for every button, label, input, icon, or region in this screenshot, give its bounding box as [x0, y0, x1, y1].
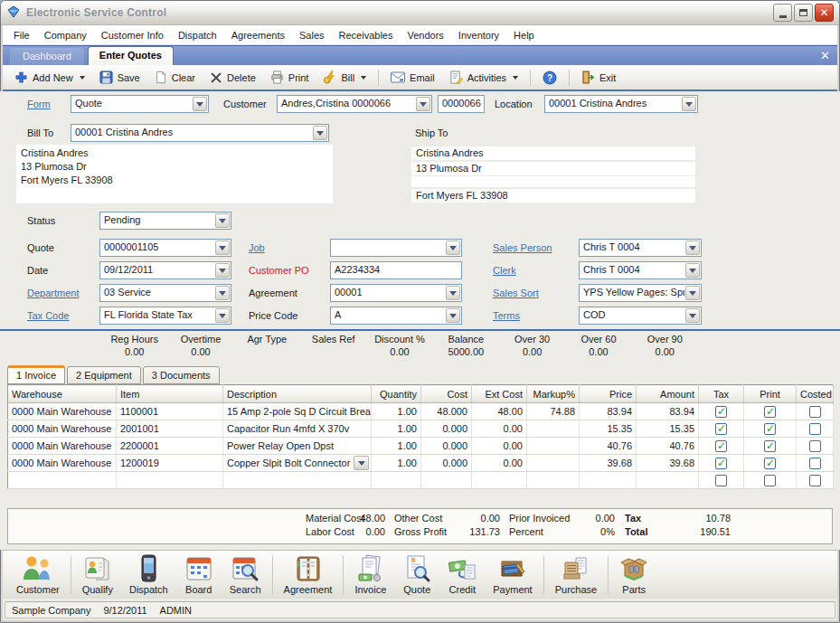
status-select[interactable]: Pending — [99, 212, 231, 230]
nav-quote[interactable]: Quote — [394, 552, 439, 597]
nav-agreement[interactable]: Agreement — [276, 552, 341, 597]
sales-person-select[interactable]: Chris T 0004 — [579, 239, 702, 257]
dropdown-arrow-icon[interactable] — [416, 97, 430, 111]
tax-checkbox[interactable] — [715, 406, 727, 418]
agreement-select[interactable]: 00001 — [330, 284, 462, 302]
price-code-select[interactable]: A — [330, 307, 462, 325]
dropdown-arrow-icon[interactable] — [215, 308, 230, 323]
save-button[interactable]: Save — [93, 68, 146, 87]
dropdown-arrow-icon[interactable] — [193, 97, 207, 111]
dropdown-arrow-icon[interactable] — [215, 213, 230, 228]
dropdown-arrow-icon[interactable] — [685, 286, 700, 300]
print-button[interactable]: Print — [264, 68, 316, 87]
costed-checkbox[interactable] — [809, 440, 821, 452]
dropdown-arrow-icon[interactable] — [446, 286, 460, 300]
clear-button[interactable]: Clear — [148, 68, 202, 87]
ship-to-line-1[interactable]: Cristina Andres — [411, 146, 695, 160]
job-link[interactable]: Job — [249, 242, 265, 253]
nav-parts[interactable]: Parts — [611, 552, 656, 597]
add-new-dropdown-arrow[interactable] — [80, 76, 85, 80]
tab-dashboard[interactable]: Dashboard — [10, 48, 84, 65]
dropdown-arrow-icon[interactable] — [682, 97, 696, 111]
nav-purchase[interactable]: Purchase — [547, 552, 605, 597]
customer-select[interactable]: Andres,Cristina 0000066 — [277, 95, 432, 113]
nav-dispatch[interactable]: Dispatch — [121, 552, 176, 597]
nav-credit[interactable]: Credit — [439, 552, 485, 597]
bill-to-address-box[interactable]: Cristina Andres 13 Plumosa Dr Fort Myers… — [16, 145, 333, 203]
dropdown-arrow-icon[interactable] — [215, 241, 230, 255]
print-checkbox[interactable] — [764, 475, 776, 486]
nav-customer[interactable]: Customer — [8, 552, 68, 597]
nav-board[interactable]: Board — [176, 552, 222, 597]
location-select[interactable]: 00001 Cristina Andres — [544, 95, 698, 113]
costed-checkbox[interactable] — [809, 423, 821, 435]
sales-person-link[interactable]: Sales Person — [493, 242, 552, 253]
date-select[interactable]: 09/12/2011 — [99, 261, 231, 279]
add-new-button[interactable]: Add New — [8, 68, 91, 87]
tax-checkbox[interactable] — [715, 423, 727, 435]
help-button[interactable]: ? — [536, 68, 563, 88]
tab-equipment[interactable]: 2 Equipment — [67, 366, 141, 384]
ship-to-line-2[interactable]: 13 Plumosa Dr — [411, 162, 695, 175]
activities-dropdown-arrow[interactable] — [513, 76, 518, 80]
menu-vendors[interactable]: Vendors — [400, 27, 450, 43]
ship-to-line-3[interactable] — [411, 176, 695, 187]
ship-to-line-4[interactable]: Fort Myers FL 33908 — [411, 189, 695, 203]
dropdown-arrow-icon[interactable] — [685, 263, 700, 278]
dropdown-arrow-icon[interactable] — [215, 286, 230, 300]
menu-file[interactable]: File — [6, 27, 37, 43]
menu-sales[interactable]: Sales — [292, 27, 332, 43]
job-select[interactable] — [330, 239, 462, 257]
tab-enter-quotes[interactable]: Enter Quotes — [88, 46, 174, 65]
sales-sort-select[interactable]: YPS Yellow Pages: Sprint — [579, 284, 702, 302]
menu-dispatch[interactable]: Dispatch — [171, 27, 224, 43]
customer-number-field[interactable]: 0000066 — [438, 95, 485, 113]
dropdown-arrow-icon[interactable] — [685, 241, 700, 255]
bill-to-select[interactable]: 00001 Cristina Andres — [71, 124, 329, 142]
description-dropdown-button[interactable] — [354, 456, 369, 470]
dropdown-arrow-icon[interactable] — [446, 241, 460, 255]
print-checkbox[interactable] — [764, 423, 776, 435]
bill-dropdown-arrow[interactable] — [361, 76, 366, 80]
sales-sort-link[interactable]: Sales Sort — [493, 288, 539, 298]
tab-documents[interactable]: 3 Documents — [143, 366, 220, 384]
tab-close-icon[interactable]: ✕ — [820, 50, 830, 61]
dropdown-arrow-icon[interactable] — [215, 263, 230, 278]
clerk-select[interactable]: Chris T 0004 — [579, 261, 702, 279]
maximize-button[interactable] — [794, 4, 813, 22]
print-checkbox[interactable] — [764, 440, 776, 452]
exit-button[interactable]: Exit — [575, 68, 622, 87]
tax-checkbox[interactable] — [715, 458, 727, 469]
terms-link[interactable]: Terms — [493, 310, 520, 321]
costed-checkbox[interactable] — [809, 406, 821, 418]
terms-select[interactable]: COD — [579, 307, 702, 325]
menu-company[interactable]: Company — [37, 27, 94, 43]
form-link[interactable]: Form — [27, 99, 51, 109]
nav-invoice[interactable]: Invoice — [346, 552, 394, 597]
tax-checkbox[interactable] — [715, 475, 727, 486]
form-type-select[interactable]: Quote — [71, 95, 209, 113]
minimize-button[interactable] — [773, 4, 792, 22]
department-link[interactable]: Department — [27, 288, 79, 298]
dropdown-arrow-icon[interactable] — [313, 126, 327, 140]
tax-code-link[interactable]: Tax Code — [27, 310, 69, 321]
nav-search[interactable]: Search — [222, 552, 269, 597]
delete-button[interactable]: Delete — [203, 69, 262, 87]
tab-invoice[interactable]: 1 Invoice — [7, 365, 65, 384]
tax-code-select[interactable]: FL Florida State Tax — [99, 307, 231, 325]
menu-help[interactable]: Help — [506, 27, 542, 43]
nav-qualify[interactable]: Qualify — [74, 552, 121, 597]
tax-checkbox[interactable] — [715, 440, 727, 452]
dropdown-arrow-icon[interactable] — [446, 308, 460, 323]
email-button[interactable]: Email — [384, 69, 441, 86]
nav-payment[interactable]: Payment — [485, 552, 540, 597]
dropdown-arrow-icon[interactable] — [685, 308, 700, 323]
department-select[interactable]: 03 Service — [99, 284, 231, 302]
print-checkbox[interactable] — [764, 406, 776, 418]
costed-checkbox[interactable] — [809, 458, 821, 469]
menu-inventory[interactable]: Inventory — [451, 27, 506, 43]
menu-agreements[interactable]: Agreements — [224, 27, 292, 43]
bill-button[interactable]: Bill — [316, 68, 373, 87]
activities-button[interactable]: Activities — [443, 68, 524, 87]
print-checkbox[interactable] — [764, 458, 776, 469]
